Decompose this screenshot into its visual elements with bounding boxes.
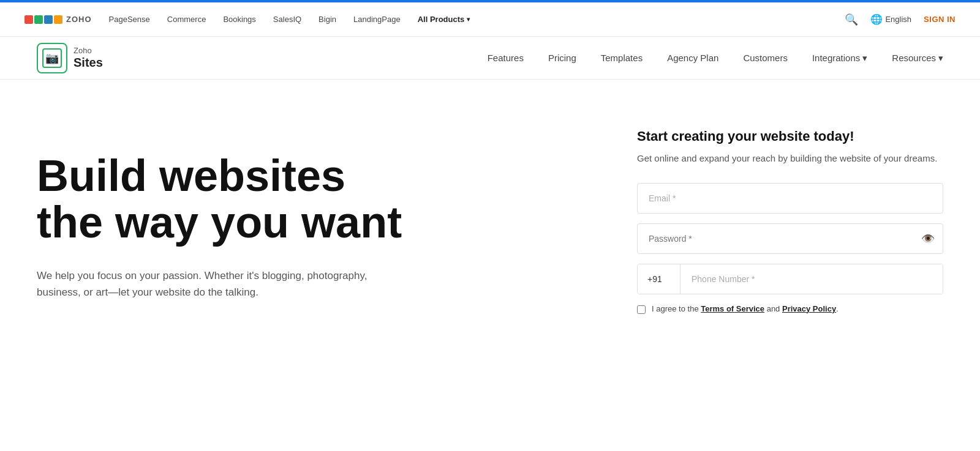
hero-heading-line1: Build websites [37, 151, 345, 200]
terms-and: and [764, 304, 782, 313]
signup-subtitle: Get online and expand your reach by buil… [637, 152, 943, 166]
nav-integrations[interactable]: Integrations ▾ [812, 53, 867, 64]
brand-name: Zoho Sites [74, 46, 103, 70]
zoho-logo[interactable]: ZOHO [24, 15, 92, 24]
phone-row: +91 [637, 264, 943, 294]
main-nav: 📷 Zoho Sites Features Pricing Templates … [0, 37, 980, 80]
top-nav-commerce[interactable]: Commerce [167, 15, 206, 24]
hero-subtext: We help you focus on your passion. Wheth… [37, 267, 392, 300]
phone-input[interactable] [680, 264, 943, 294]
terms-row: I agree to the Terms of Service and Priv… [637, 304, 943, 314]
top-nav-allproducts[interactable]: All Products ▾ [418, 15, 470, 24]
top-bar-right: 🔍 🌐 English SIGN IN [845, 13, 956, 26]
nav-resources-label: Resources [892, 53, 936, 63]
top-nav-landingpage[interactable]: LandingPage [353, 15, 401, 24]
terms-text: I agree to the Terms of Service and Priv… [652, 304, 839, 313]
password-field-wrapper: 👁️ [637, 223, 943, 254]
top-nav-salesiq[interactable]: SalesIQ [273, 15, 301, 24]
top-nav-bigin[interactable]: Bigin [318, 15, 336, 24]
privacy-policy-link[interactable]: Privacy Policy [782, 304, 836, 313]
logo-icon-wrapper: 📷 [37, 43, 67, 73]
nav-integrations-label: Integrations [812, 53, 860, 63]
globe-icon: 🌐 [870, 13, 883, 25]
terms-suffix: . [836, 304, 839, 313]
chevron-down-icon: ▾ [467, 16, 470, 23]
email-input[interactable] [637, 183, 943, 214]
signup-title: Start creating your website today! [637, 129, 943, 144]
brand-logo[interactable]: 📷 Zoho Sites [37, 43, 103, 73]
nav-customers[interactable]: Customers [743, 53, 788, 63]
toggle-password-icon[interactable]: 👁️ [921, 232, 935, 245]
hero-section: Build websites the way you want We help … [0, 80, 980, 422]
top-nav-bookings[interactable]: Bookings [223, 15, 255, 24]
square-green [34, 15, 43, 24]
logo-icon-inner: 📷 [42, 48, 62, 68]
hero-left: Build websites the way you want We help … [37, 129, 637, 301]
top-nav-pagesense[interactable]: PageSense [109, 15, 150, 24]
terms-checkbox[interactable] [637, 305, 646, 314]
square-yellow [54, 15, 62, 24]
signup-form-container: Start creating your website today! Get o… [637, 129, 943, 314]
nav-templates[interactable]: Templates [601, 53, 643, 63]
terms-prefix: I agree to the [652, 304, 701, 313]
chevron-down-icon: ▾ [938, 53, 943, 64]
nav-pricing[interactable]: Pricing [548, 53, 576, 63]
password-input[interactable] [637, 223, 943, 254]
top-bar-left: ZOHO PageSense Commerce Bookings SalesIQ… [24, 15, 470, 24]
zoho-squares [24, 15, 62, 24]
all-products-label: All Products [418, 15, 465, 24]
terms-of-service-link[interactable]: Terms of Service [701, 304, 764, 313]
nav-features[interactable]: Features [488, 53, 524, 63]
hero-heading-line2: the way you want [37, 198, 402, 247]
email-field-wrapper [637, 183, 943, 214]
sign-in-button[interactable]: SIGN IN [924, 15, 956, 24]
language-selector[interactable]: 🌐 English [870, 13, 911, 25]
zoho-text: ZOHO [66, 15, 92, 24]
top-bar: ZOHO PageSense Commerce Bookings SalesIQ… [0, 2, 980, 37]
chevron-down-icon: ▾ [862, 53, 867, 64]
search-icon[interactable]: 🔍 [845, 13, 858, 26]
brand-sites-text: Sites [74, 55, 103, 70]
square-blue [44, 15, 53, 24]
hero-heading: Build websites the way you want [37, 153, 600, 245]
language-label: English [885, 15, 911, 24]
phone-country-code[interactable]: +91 [638, 264, 680, 294]
square-red [24, 15, 33, 24]
nav-resources[interactable]: Resources ▾ [892, 53, 943, 64]
nav-agency-plan[interactable]: Agency Plan [667, 53, 718, 63]
main-nav-links: Features Pricing Templates Agency Plan C… [488, 53, 943, 64]
brand-zoho-text: Zoho [74, 46, 103, 56]
